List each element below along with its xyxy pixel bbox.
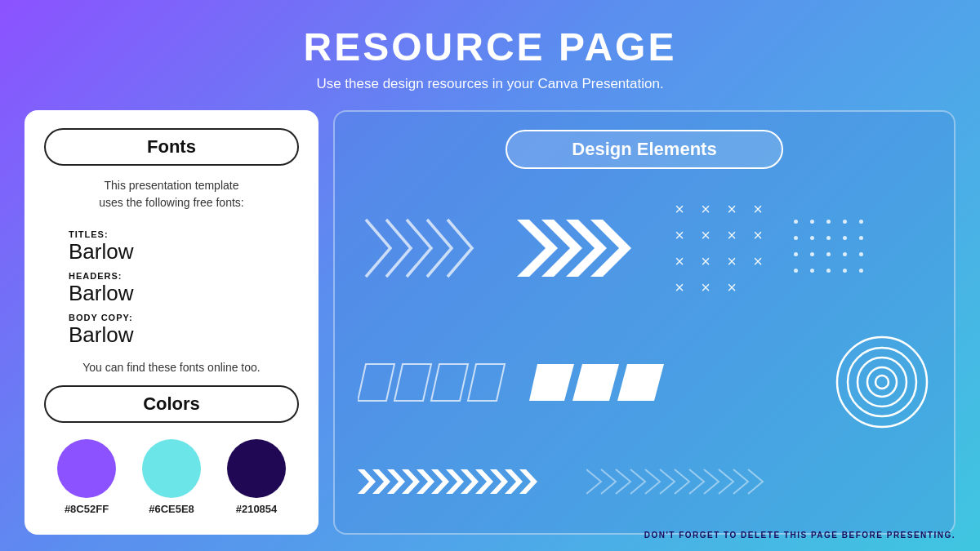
right-panel: Design Elements (333, 110, 956, 535)
headers-font: Barlow (69, 281, 299, 306)
svg-marker-9 (572, 364, 619, 401)
swatch-label-cyan: #6CE5E8 (149, 503, 194, 515)
footer-note: DON'T FORGET TO DELETE THIS PAGE BEFORE … (644, 531, 956, 540)
design-elements-grid: ×××× ×××× ×××× ××× (358, 180, 931, 515)
fonts-badge: Fonts (44, 128, 299, 166)
design-row-3 (358, 465, 931, 498)
swatch-label-dark: #210854 (236, 503, 278, 515)
svg-point-14 (867, 367, 897, 397)
svg-marker-8 (529, 364, 574, 401)
stripes-outline-icon (358, 360, 513, 405)
x-grid-icon: ×××× ×××× ×××× ××× (668, 198, 769, 299)
chevrons-outline-icon (358, 211, 497, 285)
titles-label: TITLES: (69, 229, 299, 239)
font-entries: TITLES: Barlow HEADERS: Barlow BODY COPY… (44, 223, 299, 348)
svg-marker-7 (468, 364, 505, 401)
main-content: Fonts This presentation templateuses the… (24, 110, 956, 535)
swatch-dark: #210854 (227, 439, 286, 515)
swatch-circle-purple (57, 439, 116, 498)
swatch-purple: #8C52FF (57, 439, 116, 515)
swatch-label-purple: #8C52FF (65, 503, 109, 515)
bodycopy-font: Barlow (69, 322, 299, 348)
small-chevrons-solid-icon (358, 465, 570, 498)
fonts-online-note: You can find these fonts online too. (44, 361, 299, 374)
design-elements-badge: Design Elements (506, 130, 783, 169)
svg-marker-4 (358, 364, 394, 401)
svg-point-15 (875, 375, 889, 389)
bodycopy-label: BODY COPY: (69, 313, 299, 322)
svg-point-11 (837, 337, 927, 427)
titles-font: Barlow (69, 239, 299, 264)
colors-swatches: #8C52FF #6CE5E8 #210854 (44, 439, 299, 515)
left-panel: Fonts This presentation templateuses the… (24, 110, 318, 535)
design-row-1: ×××× ×××× ×××× ××× (358, 198, 931, 299)
dot-grid-icon (794, 220, 867, 277)
page-title: RESOURCE PAGE (304, 24, 677, 69)
concentric-circles-icon (833, 333, 931, 431)
chevrons-solid-icon (513, 211, 652, 285)
swatch-circle-cyan (142, 439, 201, 498)
colors-badge: Colors (44, 385, 299, 423)
svg-marker-10 (617, 364, 664, 401)
swatch-circle-dark (227, 439, 286, 498)
stripes-solid-icon (529, 360, 684, 405)
svg-marker-6 (431, 364, 468, 401)
headers-label: HEADERS: (69, 271, 299, 281)
page-subtitle: Use these design resources in your Canva… (316, 76, 663, 92)
small-chevrons-outline-icon (586, 465, 766, 498)
design-row-2 (358, 333, 931, 431)
svg-marker-5 (394, 364, 431, 401)
svg-point-13 (858, 358, 906, 407)
page-container: RESOURCE PAGE Use these design resources… (0, 0, 980, 551)
fonts-description: This presentation templateuses the follo… (44, 177, 299, 211)
svg-marker-16 (358, 469, 376, 494)
swatch-cyan: #6CE5E8 (142, 439, 201, 515)
